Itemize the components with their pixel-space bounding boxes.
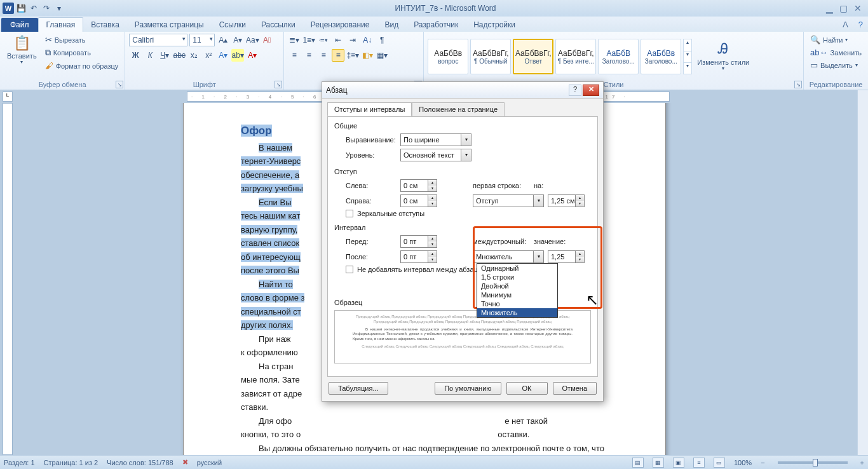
dialog-help-icon[interactable]: ? [569,85,581,96]
mirror-indent-checkbox[interactable]: Зеркальные отступы [346,210,591,217]
clear-format-icon[interactable]: A⃠ [261,34,273,46]
style-item[interactable]: АаБбВЗаголово... [598,39,639,74]
status-proofing-icon[interactable]: ✖ [182,458,188,466]
tab-addins[interactable]: Надстройки [466,18,523,32]
underline-icon[interactable]: Ч▾ [158,49,171,62]
first-line-by-spinner[interactable]: 1,25 см▴▾ [548,194,585,207]
vertical-scrollbar[interactable] [857,90,868,455]
font-name-select[interactable]: Calibri▾ [129,34,187,46]
view-outline-icon[interactable]: ≡ [693,458,705,468]
replace-button[interactable]: ab↔Заменить [808,46,864,58]
line-value-spinner[interactable]: 1,25▴▾ [548,250,585,263]
borders-icon[interactable]: ▦▾ [376,49,388,62]
undo-icon[interactable]: ↶ [28,3,39,14]
sort-icon[interactable]: A↓ [361,34,374,46]
zoom-in-icon[interactable]: + [860,459,864,466]
align-justify-icon[interactable]: ≡ [332,49,344,62]
dropdown-option[interactable]: Одинарный [477,264,557,273]
bullets-icon[interactable]: ≣▾ [288,34,301,46]
styles-up-icon[interactable]: ▴ [684,39,691,50]
first-line-select[interactable]: Отступ▾ [473,194,544,207]
superscript-icon[interactable]: x² [202,49,215,62]
status-words[interactable]: Число слов: 151/788 [107,459,173,466]
font-size-select[interactable]: 11▾ [189,34,215,46]
style-item[interactable]: АаБбВвГг,¶ Без инте... [555,39,596,74]
indent-left-spinner[interactable]: 0 см▴▾ [400,179,437,192]
align-right-icon[interactable]: ≡ [317,49,330,62]
change-styles-button[interactable]: ᎯИзменить стили▾ [694,39,752,73]
font-color-icon[interactable]: A▾ [246,49,259,62]
style-item-selected[interactable]: АаБбВвГг,Ответ [513,39,553,74]
tab-file[interactable]: Файл [1,18,38,32]
styles-dialog-launcher[interactable]: ↘ [794,81,802,88]
qat-dropdown-icon[interactable]: ▾ [53,3,65,14]
italic-icon[interactable]: К [144,49,156,62]
tabs-button[interactable]: Табуляция... [329,382,388,395]
zoom-out-icon[interactable]: − [761,459,764,466]
style-item[interactable]: АаБбВвГг,¶ Обычный [470,39,511,74]
tab-developer[interactable]: Разработчик [406,18,466,32]
tab-review[interactable]: Рецензирование [303,18,377,32]
tab-selector[interactable]: L [3,92,13,102]
tab-page-layout[interactable]: Разметка страницы [127,18,212,32]
format-painter-button[interactable]: 🖌Формат по образцу [43,60,121,72]
help-icon[interactable]: ? [853,17,868,32]
status-page[interactable]: Страница: 1 из 2 [44,459,98,466]
align-center-icon[interactable]: ≡ [302,49,315,62]
bold-icon[interactable]: Ж [129,49,142,62]
show-marks-icon[interactable]: ¶ [376,34,388,46]
styles-down-icon[interactable]: ▾ [684,51,691,62]
align-left-icon[interactable]: ≡ [288,49,301,62]
multilevel-icon[interactable]: ≔▾ [317,34,330,46]
tab-view[interactable]: Вид [377,18,406,32]
status-section[interactable]: Раздел: 1 [4,459,35,466]
font-dialog-launcher[interactable]: ↘ [275,81,282,88]
find-button[interactable]: 🔍Найти▾ [808,34,864,46]
grow-font-icon[interactable]: A▴ [217,34,229,46]
close-window-icon[interactable]: ✕ [854,3,862,13]
dlg-tab-position[interactable]: Положение на странице [412,102,505,116]
vertical-ruler[interactable] [3,103,13,455]
cancel-button[interactable]: Отмена [553,382,597,395]
dialog-close-icon[interactable]: ✕ [583,85,599,96]
subscript-icon[interactable]: x₂ [187,49,200,62]
dialog-titlebar[interactable]: Абзац ? ✕ [322,82,603,99]
clipboard-dialog-launcher[interactable]: ↘ [116,81,123,88]
styles-more-icon[interactable]: ▾ [684,62,691,74]
tab-references[interactable]: Ссылки [212,18,254,32]
highlight-icon[interactable]: ab▾ [231,49,244,62]
style-item[interactable]: АаБбВввопрос [428,39,468,74]
ribbon-minimize-icon[interactable]: ᐱ [837,17,853,32]
dropdown-option[interactable]: Минимум [477,290,557,299]
zoom-level[interactable]: 100% [734,459,752,466]
alignment-select[interactable]: По ширине▾ [400,133,471,146]
zoom-slider[interactable] [778,461,848,464]
change-case-icon[interactable]: Aa▾ [246,34,259,46]
shading-icon[interactable]: ◧▾ [361,49,374,62]
shrink-font-icon[interactable]: A▾ [231,34,244,46]
increase-indent-icon[interactable]: ⇥ [346,34,359,46]
dropdown-option[interactable]: Точно [477,299,557,308]
copy-button[interactable]: ⧉Копировать [43,46,121,59]
dlg-tab-indents[interactable]: Отступы и интервалы [327,102,412,116]
outline-level-select[interactable]: Основной текст▾ [400,149,471,161]
default-button[interactable]: По умолчанию [435,382,501,395]
indent-right-spinner[interactable]: 0 см▴▾ [400,194,437,207]
line-spacing-select[interactable]: Множитель▾ [473,250,544,263]
spacing-before-spinner[interactable]: 0 пт▴▾ [400,235,437,248]
dropdown-option-selected[interactable]: Множитель [477,308,557,317]
view-print-icon[interactable]: ▤ [632,458,644,468]
save-icon[interactable]: 💾 [15,3,27,14]
paste-button[interactable]: 📋 Вставить ▾ [4,34,40,67]
spacing-after-spinner[interactable]: 0 пт▴▾ [400,250,437,263]
tab-insert[interactable]: Вставка [83,18,127,32]
redo-icon[interactable]: ↷ [41,3,52,14]
restore-icon[interactable]: ▢ [839,3,848,13]
tab-home[interactable]: Главная [38,17,84,32]
numbering-icon[interactable]: 1≡▾ [302,34,315,46]
dropdown-option[interactable]: 1,5 строки [477,273,557,282]
minimize-icon[interactable]: ▁ [826,3,833,13]
ok-button[interactable]: ОК [506,382,548,395]
line-spacing-icon[interactable]: ‡≡▾ [346,49,359,62]
status-language[interactable]: русский [197,459,222,466]
